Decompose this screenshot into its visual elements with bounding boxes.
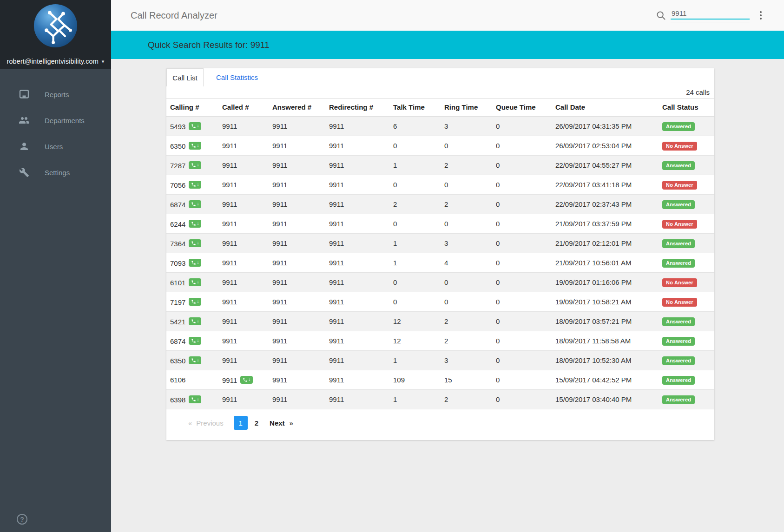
- page-2-button[interactable]: 2: [255, 419, 258, 427]
- column-header-queue-time: Queue Time: [492, 99, 552, 117]
- sidebar-item-label: Departments: [45, 117, 85, 125]
- calling-number-cell: 5493↓: [166, 117, 218, 136]
- called-number-cell: 9911: [218, 117, 269, 136]
- queue-time-cell: 0: [492, 312, 552, 331]
- status-badge: Answered: [662, 317, 695, 326]
- settings-wrench-icon: [19, 167, 30, 178]
- redirecting-number-cell: 9911: [325, 175, 389, 195]
- redirecting-number-cell: 9911: [325, 331, 389, 351]
- next-label: Next: [270, 419, 285, 427]
- tab-call-list[interactable]: Call List: [166, 68, 204, 86]
- calling-number-cell: 7056↓: [166, 175, 218, 195]
- incoming-call-icon: ↓: [189, 220, 201, 228]
- sidebar-item-reports[interactable]: Reports: [0, 81, 111, 107]
- call-status-cell: Answered: [659, 331, 714, 351]
- column-header-answered: Answered #: [269, 99, 325, 117]
- sidebar-item-users[interactable]: Users: [0, 133, 111, 159]
- talk-time-cell: 2: [389, 195, 441, 214]
- redirecting-number-cell: 9911: [325, 234, 389, 253]
- call-count: 24 calls: [686, 88, 710, 96]
- table-row: 6874↓99119911991122022/09/2017 02:37:43 …: [166, 195, 714, 214]
- column-header-call-date: Call Date: [552, 99, 659, 117]
- sidebar: robert@intelligentvisibility.com▾ Report…: [0, 0, 111, 532]
- kebab-menu-icon[interactable]: [758, 9, 764, 21]
- calling-number-cell: 7197↓: [166, 292, 218, 312]
- status-badge: Answered: [662, 161, 695, 170]
- call-status-cell: Answered: [659, 370, 714, 390]
- answered-number-cell: 9911: [269, 312, 325, 331]
- account-email: robert@intelligentvisibility.com: [7, 58, 99, 65]
- called-number-cell: 9911: [218, 390, 269, 409]
- incoming-call-icon: ↓: [189, 278, 201, 286]
- called-number-cell: 9911: [218, 292, 269, 312]
- help-icon[interactable]: ?: [17, 514, 27, 525]
- call-date-cell: 15/09/2017 03:40:40 PM: [552, 390, 659, 409]
- ring-time-cell: 2: [441, 331, 492, 351]
- column-header-called: Called #: [218, 99, 269, 117]
- answered-number-cell: 9911: [269, 136, 325, 156]
- count-row: 24 calls: [166, 86, 714, 99]
- account-menu[interactable]: robert@intelligentvisibility.com▾: [0, 58, 111, 65]
- call-status-cell: No Answer: [659, 175, 714, 195]
- redirecting-number-cell: 9911: [325, 312, 389, 331]
- ring-time-cell: 3: [441, 117, 492, 136]
- table-row: 5493↓99119911991163026/09/2017 04:31:35 …: [166, 117, 714, 136]
- search-area: [656, 8, 764, 22]
- answered-number-cell: 9911: [269, 273, 325, 292]
- company-logo: [33, 3, 78, 48]
- ring-time-cell: 0: [441, 273, 492, 292]
- call-date-cell: 22/09/2017 03:41:18 PM: [552, 175, 659, 195]
- queue-time-cell: 0: [492, 253, 552, 273]
- call-date-cell: 26/09/2017 04:31:35 PM: [552, 117, 659, 136]
- queue-time-cell: 0: [492, 351, 552, 370]
- column-header-call-status: Call Status: [659, 99, 714, 117]
- answered-number-cell: 9911: [269, 253, 325, 273]
- calling-number-cell: 6398↓: [166, 390, 218, 409]
- call-date-cell: 22/09/2017 04:55:27 PM: [552, 156, 659, 175]
- status-badge: Answered: [662, 239, 695, 248]
- search-icon[interactable]: [656, 11, 666, 20]
- redirecting-number-cell: 9911: [325, 390, 389, 409]
- call-status-cell: Answered: [659, 351, 714, 370]
- call-status-cell: Answered: [659, 156, 714, 175]
- talk-time-cell: 1: [389, 234, 441, 253]
- status-badge: Answered: [662, 337, 695, 346]
- search-input[interactable]: [671, 8, 750, 20]
- page-1-button[interactable]: 1: [234, 416, 248, 430]
- answered-number-cell: 9911: [269, 117, 325, 136]
- call-status-cell: Answered: [659, 117, 714, 136]
- call-status-cell: Answered: [659, 390, 714, 409]
- ring-time-cell: 3: [441, 234, 492, 253]
- called-number-cell: 9911: [218, 195, 269, 214]
- queue-time-cell: 0: [492, 117, 552, 136]
- previous-page-button[interactable]: « Previous: [188, 419, 224, 427]
- call-status-cell: Answered: [659, 312, 714, 331]
- talk-time-cell: 1: [389, 253, 441, 273]
- incoming-call-icon: ↓: [189, 395, 201, 403]
- table-row: 6874↓991199119911122018/09/2017 11:58:58…: [166, 331, 714, 351]
- incoming-call-icon: ↓: [189, 200, 201, 208]
- sidebar-item-departments[interactable]: Departments: [0, 107, 111, 133]
- talk-time-cell: 0: [389, 273, 441, 292]
- tab-bar: Call List Call Statistics: [166, 68, 714, 86]
- calling-number-cell: 7364↓: [166, 234, 218, 253]
- call-date-cell: 18/09/2017 11:58:58 AM: [552, 331, 659, 351]
- ring-time-cell: 3: [441, 351, 492, 370]
- incoming-call-icon: ↓: [189, 239, 201, 247]
- calling-number-cell: 6350↓: [166, 136, 218, 156]
- redirecting-number-cell: 9911: [325, 156, 389, 175]
- status-badge: Answered: [662, 200, 695, 209]
- table-row: 6350↓99119911991100026/09/2017 02:53:04 …: [166, 136, 714, 156]
- redirecting-number-cell: 9911: [325, 370, 389, 390]
- queue-time-cell: 0: [492, 156, 552, 175]
- sidebar-item-settings[interactable]: Settings: [0, 159, 111, 185]
- table-row: 6350↓99119911991113018/09/2017 10:52:30 …: [166, 351, 714, 370]
- answered-number-cell: 9911: [269, 370, 325, 390]
- incoming-call-icon: ↓: [189, 317, 201, 325]
- table-row: 7056↓99119911991100022/09/2017 03:41:18 …: [166, 175, 714, 195]
- tab-call-statistics[interactable]: Call Statistics: [211, 68, 263, 86]
- next-arrow: »: [290, 419, 293, 427]
- call-date-cell: 21/09/2017 03:37:59 PM: [552, 214, 659, 234]
- call-status-cell: No Answer: [659, 273, 714, 292]
- next-page-button[interactable]: Next »: [270, 419, 293, 427]
